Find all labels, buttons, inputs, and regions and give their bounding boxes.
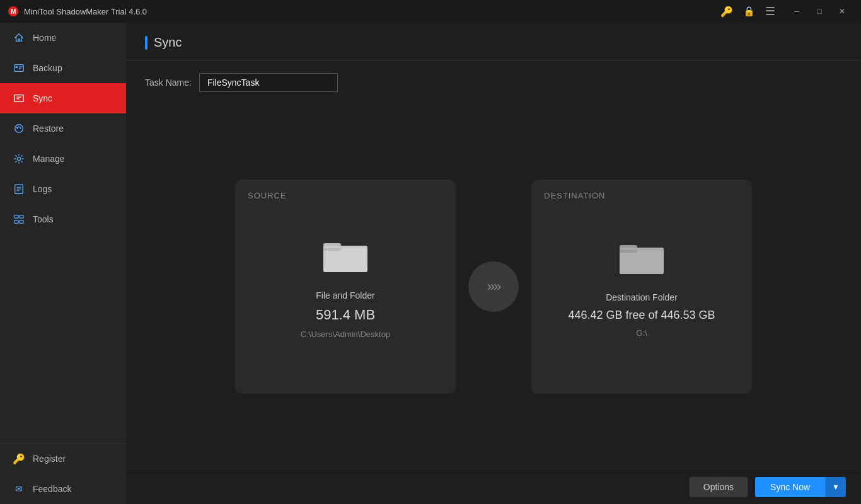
restore-icon [13, 122, 25, 135]
footer: Options Sync Now ▼ [126, 469, 861, 504]
close-button[interactable]: ✕ [831, 0, 853, 23]
sidebar-item-feedback[interactable]: ✉ Feedback [0, 474, 126, 504]
content-area: Sync Task Name: SOURCE [126, 23, 861, 504]
source-label: SOURCE [248, 191, 287, 200]
home-icon [13, 32, 25, 44]
destination-type-label: Destination Folder [606, 292, 678, 302]
title-accent [145, 36, 147, 50]
svg-rect-20 [323, 248, 367, 272]
svg-rect-23 [620, 250, 664, 274]
task-name-input[interactable] [199, 73, 338, 92]
svg-point-9 [15, 125, 23, 133]
svg-point-10 [17, 157, 20, 160]
tools-icon [13, 213, 25, 226]
minimize-button[interactable]: ─ [785, 0, 808, 23]
app-logo: M [8, 6, 19, 17]
sync-now-wrapper: Sync Now ▼ [755, 477, 846, 497]
options-button[interactable]: Options [690, 477, 748, 497]
sidebar-item-home[interactable]: Home [0, 23, 126, 53]
sync-now-button[interactable]: Sync Now [755, 477, 825, 497]
sidebar-item-logs[interactable]: Logs [0, 174, 126, 204]
sidebar-bottom: 🔑 Register ✉ Feedback [0, 443, 126, 504]
sidebar-label-manage: Manage [33, 154, 65, 164]
svg-rect-6 [14, 95, 23, 102]
sidebar-label-backup: Backup [33, 63, 62, 73]
page-title-bar: Sync [145, 35, 182, 50]
svg-rect-3 [16, 66, 18, 68]
source-type-label: File and Folder [316, 290, 374, 301]
source-folder-icon [320, 234, 371, 278]
sidebar-item-manage[interactable]: Manage [0, 144, 126, 174]
sidebar-label-feedback: Feedback [33, 484, 71, 494]
logs-icon [13, 183, 25, 195]
app-title: MiniTool ShadowMaker Trial 4.6.0 [24, 7, 710, 16]
sync-icon [13, 92, 25, 105]
sidebar-item-backup[interactable]: Backup [0, 53, 126, 83]
svg-rect-16 [20, 215, 23, 219]
svg-rect-17 [14, 220, 18, 224]
destination-label: DESTINATION [544, 191, 605, 200]
title-bar: M MiniTool ShadowMaker Trial 4.6.0 🔑 🔒 ☰… [0, 0, 861, 23]
maximize-button[interactable]: □ [808, 0, 831, 23]
sidebar: Home Backup Sync [0, 23, 126, 504]
mail-icon: ✉ [13, 483, 25, 495]
arrow-icon: »» [487, 278, 500, 295]
sidebar-label-restore: Restore [33, 123, 64, 134]
svg-rect-15 [14, 215, 18, 219]
backup-icon [13, 62, 25, 74]
source-card[interactable]: SOURCE File and Folder 591.4 MB [235, 180, 456, 394]
page-header: Sync [126, 23, 861, 60]
sidebar-label-home: Home [33, 33, 56, 43]
manage-icon [13, 152, 25, 165]
task-name-row: Task Name: [126, 60, 861, 105]
destination-free-space: 446.42 GB free of 446.53 GB [568, 309, 715, 322]
sync-cards-area: SOURCE File and Folder 591.4 MB [126, 105, 861, 469]
source-size: 591.4 MB [316, 307, 375, 323]
sidebar-item-sync[interactable]: Sync [0, 83, 126, 113]
lock-icon[interactable]: 🔒 [743, 6, 755, 17]
sidebar-label-tools: Tools [33, 214, 54, 224]
key-icon[interactable]: 🔑 [720, 6, 733, 18]
key-sidebar-icon: 🔑 [13, 452, 25, 465]
sidebar-item-register[interactable]: 🔑 Register [0, 444, 126, 474]
destination-path: G:\ [636, 328, 647, 338]
sync-arrow: »» [468, 261, 519, 312]
destination-folder-icon [616, 236, 667, 280]
sidebar-item-tools[interactable]: Tools [0, 204, 126, 234]
svg-text:M: M [11, 8, 16, 15]
source-path: C:\Users\Admin\Desktop [301, 329, 390, 339]
destination-card[interactable]: DESTINATION Destination Folder 446.42 GB… [531, 180, 752, 394]
sidebar-label-sync: Sync [33, 93, 52, 103]
sync-now-dropdown-button[interactable]: ▼ [825, 477, 846, 497]
sidebar-item-restore[interactable]: Restore [0, 113, 126, 144]
sidebar-label-register: Register [33, 454, 66, 464]
svg-rect-18 [20, 220, 23, 224]
window-controls: ─ □ ✕ [785, 0, 853, 23]
menu-icon[interactable]: ☰ [765, 4, 775, 18]
page-title: Sync [154, 35, 182, 50]
sidebar-label-logs: Logs [33, 184, 52, 194]
task-name-label: Task Name: [145, 77, 192, 88]
main-layout: Home Backup Sync [0, 23, 861, 504]
